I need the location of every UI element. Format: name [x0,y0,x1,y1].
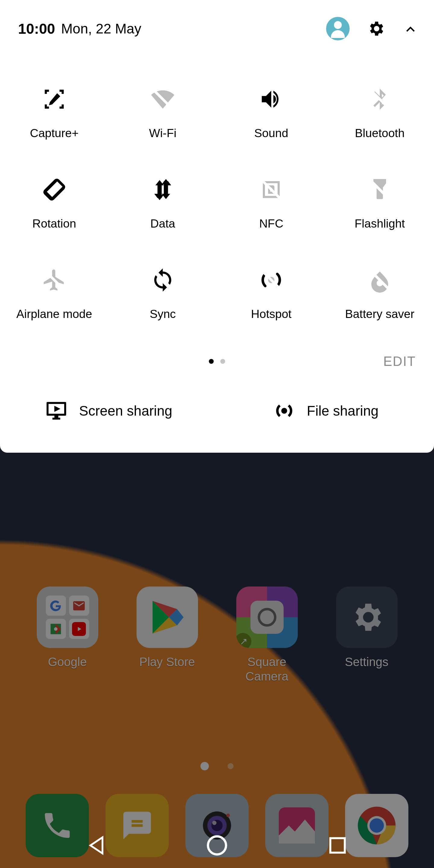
qs-label: Battery saver [345,307,414,321]
status-time: 10:00 [18,21,55,37]
page-dot [220,359,225,364]
battery-saver-off-icon [367,267,393,293]
recent-icon [327,835,348,856]
qs-toggle-rotation[interactable]: Rotation [0,161,108,251]
settings-gear-button[interactable] [367,19,385,38]
rotation-icon [41,177,67,202]
qs-toggle-nfc[interactable]: NFC [217,161,326,251]
avatar-icon [326,17,350,40]
collapse-button[interactable] [402,20,419,37]
capture-plus-icon [41,87,67,112]
qs-toggle-sync[interactable]: Sync [108,251,217,342]
screen-sharing-label: Screen sharing [79,403,172,419]
qs-label: Rotation [32,217,76,230]
status-date: Mon, 22 May [61,21,141,37]
file-share-icon [273,399,296,423]
flashlight-off-icon [367,177,393,202]
nav-home-button[interactable] [204,832,230,859]
qs-toggle-hotspot[interactable]: Hotspot [217,251,326,342]
qs-label: Wi-Fi [149,127,177,140]
qs-label: Sync [150,307,176,321]
qs-toggle-wi-fi[interactable]: Wi-Fi [108,70,217,161]
qs-label: Capture+ [30,127,79,140]
qs-label: Bluetooth [355,127,405,140]
qs-label: Airplane mode [16,307,92,321]
qs-toggle-flashlight[interactable]: Flashlight [326,161,434,251]
svg-point-11 [208,836,226,855]
qs-toggle-battery-saver[interactable]: Battery saver [326,251,434,342]
edit-button[interactable]: EDIT [383,354,416,369]
qs-label: Flashlight [355,217,405,230]
qs-toggle-sound[interactable]: Sound [217,70,326,161]
quick-settings-panel: 10:00 Mon, 22 May Capture+Wi-FiSoundBlue… [0,0,434,453]
file-sharing-button[interactable]: File sharing [217,399,434,423]
qs-page-indicator [209,359,225,364]
profile-button[interactable] [326,17,350,40]
back-icon [84,833,108,858]
qs-toggle-bluetooth[interactable]: Bluetooth [326,70,434,161]
chevron-up-icon [402,20,419,37]
bluetooth-off-icon [367,87,393,112]
nfc-off-icon [258,177,284,202]
qs-label: Sound [254,127,288,140]
sync-icon [150,267,176,293]
nav-recent-button[interactable] [324,832,351,859]
navigation-bar [0,823,434,868]
screen-share-icon [44,399,68,423]
home-circle-icon [205,833,229,858]
nav-back-button[interactable] [83,832,110,859]
screen-sharing-button[interactable]: Screen sharing [0,399,217,423]
qs-label: NFC [259,217,283,230]
gear-icon [367,19,385,38]
airplane-off-icon [41,267,67,293]
qs-toggle-capture-[interactable]: Capture+ [0,70,108,161]
qs-toggle-data[interactable]: Data [108,161,217,251]
page-dot-active [209,359,214,364]
hotspot-off-icon [258,267,284,293]
wifi-off-icon [150,87,176,112]
svg-point-22 [281,408,287,414]
svg-rect-12 [330,838,345,852]
sound-icon [258,87,284,112]
qs-label: Hotspot [251,307,291,321]
file-sharing-label: File sharing [307,403,378,419]
data-icon [150,177,176,202]
qs-label: Data [150,217,175,230]
qs-toggle-airplane-mode[interactable]: Airplane mode [0,251,108,342]
